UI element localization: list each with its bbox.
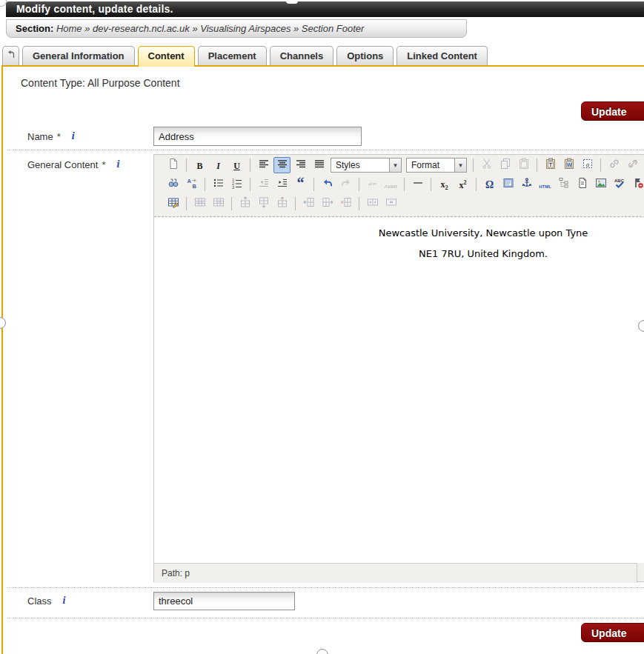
table-cell-props-icon [213,196,225,211]
outdent-icon [258,177,270,192]
format-dropdown[interactable]: Format▾ [406,158,467,173]
rich-text-editor: BIUStyles▾Format▾TWaAB123““”ABBRx2x2ΩHTM… [153,154,644,582]
tab-placement[interactable]: Placement [198,46,267,65]
format-dropdown-label: Format [407,159,454,172]
editor-body[interactable]: Newcastle University, Newcastle upon Tyn… [154,218,644,563]
align-justify-icon [313,158,325,173]
html-source-button[interactable]: HTML [537,176,554,193]
tab-general-information[interactable]: General Information [22,46,135,65]
editor-toolbar: BIUStyles▾Format▾TWaAB123““”ABBRx2x2ΩHTM… [154,155,644,217]
find-icon [167,177,179,192]
toolbar-row: BIUStyles▾Format▾TWa [154,155,644,175]
toolbar-separator [313,178,314,191]
align-left-button[interactable] [255,157,272,173]
show-blocks-button[interactable] [574,176,591,193]
row-divider [7,587,644,588]
class-field-label: Class i [27,591,65,610]
copy-icon [499,158,511,173]
spellcheck-button[interactable]: ABC [611,176,628,193]
editor-status-bar: Path: p [154,563,637,583]
site-manager-window: Modify content, update details. Section:… [0,0,644,654]
new-document-button[interactable] [165,157,182,173]
underline-icon: U [233,159,240,172]
toolbar-separator [359,178,359,191]
info-icon[interactable]: i [72,130,75,142]
general-content-field-label: General Content * i [27,155,119,174]
class-input[interactable] [153,592,295,610]
tab-content[interactable]: Content [138,46,195,67]
undo-icon [322,177,333,192]
ordered-list-icon: 123 [231,177,243,192]
panel-collapse-handle-bottom[interactable] [316,649,328,654]
tab-options[interactable]: Options [336,46,394,65]
spellcheck-icon: ABC [614,177,625,192]
info-icon[interactable]: i [116,159,119,170]
visual-chars-button[interactable] [629,176,644,193]
select-all-button[interactable]: a [579,157,596,173]
toolbar-row [154,194,644,213]
ordered-list-button[interactable]: 123 [228,176,245,193]
undo-button[interactable] [319,176,336,193]
find-button[interactable] [165,176,182,193]
align-right-icon [295,158,307,173]
edit-block-button[interactable] [499,176,517,193]
tab-linked-content[interactable]: Linked Content [396,46,488,65]
toolbar-separator [359,197,359,210]
italic-button[interactable]: I [210,157,227,173]
update-button-top[interactable]: Update [581,101,644,121]
name-input[interactable] [153,127,362,146]
svg-text:B: B [192,183,196,190]
bold-button[interactable]: B [191,157,208,173]
breadcrumb-label: Section: [16,23,53,34]
required-asterisk: * [57,131,61,142]
special-char-button[interactable]: Ω [481,176,498,193]
select-all-icon: a [582,158,594,173]
table-button[interactable] [165,196,182,212]
edit-block-icon [502,177,514,192]
styles-dropdown[interactable]: Styles▾ [331,158,402,173]
row-before-icon [239,196,251,211]
anchor-button[interactable] [518,176,535,193]
paste-button [515,157,532,173]
paste-from-word-button[interactable]: W [560,157,577,173]
split-cells-button [364,196,381,212]
content-type-label: Content Type: All Purpose Content [21,77,180,89]
col-after-button [319,196,336,212]
svg-text:ABC: ABC [614,178,625,183]
hr-icon [412,177,424,192]
indent-button[interactable] [273,176,291,193]
update-button-bottom[interactable]: Update [581,623,644,642]
underline-button[interactable]: U [228,157,245,173]
blockquote-button[interactable]: “ [292,176,309,193]
align-justify-button[interactable] [311,157,328,173]
hr-button[interactable] [409,176,426,193]
abbr-button: ABBR [382,176,399,193]
special-char-icon: Ω [485,178,494,191]
chevron-down-icon: ▾ [454,159,466,172]
panel-left-border [1,65,3,654]
align-right-button[interactable] [292,157,309,173]
indent-icon [276,177,288,192]
paste-as-text-button[interactable]: T [542,157,559,173]
image-button[interactable] [592,176,609,193]
info-icon[interactable]: i [63,595,66,607]
cleanup-code-button[interactable] [555,176,572,193]
cleanup-code-icon [558,177,570,192]
find-replace-button[interactable]: AB [183,176,200,193]
panel-collapse-handle-left[interactable] [0,317,6,329]
toolbar-separator [231,197,232,210]
styles-dropdown-label: Styles [331,159,389,172]
superscript-icon: x2 [459,178,467,191]
unordered-list-button[interactable] [210,176,227,193]
subscript-button[interactable]: x2 [436,176,453,193]
toolbar-separator [205,178,205,191]
tab-channels[interactable]: Channels [270,46,334,65]
new-document-icon [167,158,179,173]
superscript-button[interactable]: x2 [454,176,471,193]
collapse-tabs-button[interactable] [2,46,19,65]
align-center-button[interactable] [273,157,291,173]
svg-text:W: W [566,162,571,167]
toolbar-separator [250,178,250,191]
delete-col-icon [340,196,352,211]
svg-text:3: 3 [232,185,234,190]
